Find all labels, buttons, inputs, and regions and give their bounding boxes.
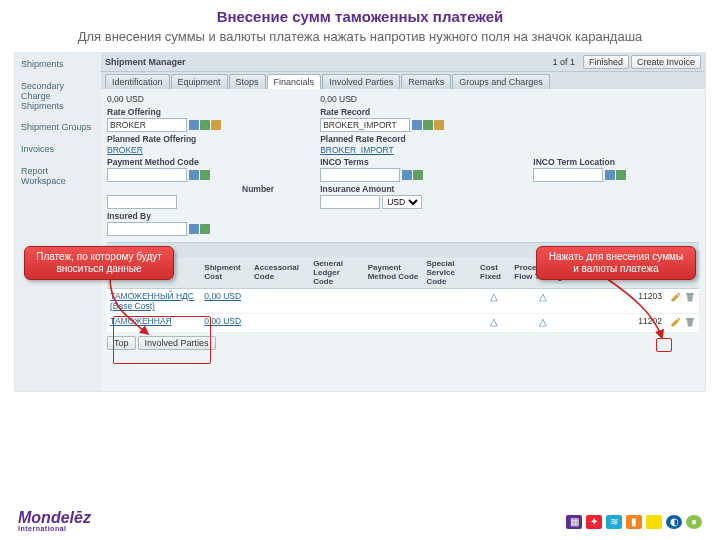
payment-method-input[interactable] <box>107 168 187 182</box>
planned-rate-record-link[interactable]: BROKER_IMPORT <box>320 145 394 155</box>
col-shipment-cost: Shipment Cost <box>201 257 251 289</box>
cost-type-link[interactable]: ТАМОЖЕННЫЙ НДС (Base Cost) <box>110 291 194 311</box>
payment-method-label: Payment Method Code <box>107 157 314 167</box>
brand-sub: International <box>18 526 91 532</box>
footer: Mondelēz International ▦ ✦ ≋ ▮ ◐ ● <box>0 511 720 532</box>
insured-by-label: Insured By <box>107 211 314 221</box>
col-accessorial: Accessorial Code <box>251 257 310 289</box>
sidebar-item-invoices[interactable]: Invoices <box>19 142 97 158</box>
footer-tabs: Top Involved Parties <box>107 336 699 350</box>
brand-logo: Mondelēz International <box>18 511 91 532</box>
pencil-icon[interactable] <box>670 316 682 328</box>
tab-identification[interactable]: Identification <box>105 74 170 89</box>
footer-tab-involved-parties[interactable]: Involved Parties <box>138 336 216 350</box>
insurance-amount-label: Insurance Amount <box>320 184 527 194</box>
inco-terms-label: INCO Terms <box>320 157 527 167</box>
brand-square-icon <box>646 515 662 529</box>
lookup-icons[interactable] <box>189 120 221 130</box>
table-row: ТАМОЖЕННЫЙ НДС (Base Cost)0,00 USD△△1120… <box>107 288 699 313</box>
page-subtitle: Для внесения суммы и валюты платежа нажа… <box>20 29 700 46</box>
tab-financials[interactable]: Financials <box>267 74 322 89</box>
lookup-icons[interactable] <box>605 170 626 180</box>
rate-offering-label: Rate Offering <box>107 107 314 117</box>
page-title: Внесение сумм таможенных платежей <box>0 8 720 25</box>
tab-remarks[interactable]: Remarks <box>401 74 451 89</box>
rate-record-label: Rate Record <box>320 107 527 117</box>
cost-id: 11203 <box>635 288 666 313</box>
brand-globe-icon: ◐ <box>666 515 682 529</box>
lookup-icons[interactable] <box>412 120 444 130</box>
shipment-cost-link[interactable]: 0,00 USD <box>204 291 241 301</box>
finished-button[interactable]: Finished <box>583 55 629 69</box>
cost-id: 11202 <box>635 313 666 332</box>
brand-icon-strip: ▦ ✦ ≋ ▮ ◐ ● <box>566 515 702 529</box>
insured-by-input[interactable] <box>107 222 187 236</box>
lookup-icons[interactable] <box>402 170 423 180</box>
rate-offering-input[interactable] <box>107 118 187 132</box>
table-row: ТАМОЖЕННАЯ0,00 USD△△11202 <box>107 313 699 332</box>
callout-edit-action: Нажать для внесения суммы и валюты плате… <box>536 246 696 280</box>
planned-rate-record-label: Planned Rate Record <box>320 134 527 144</box>
flow-through-icon: △ <box>539 291 547 302</box>
cost-type-link[interactable]: ТАМОЖЕННАЯ <box>110 316 172 326</box>
tab-involved-parties[interactable]: Involved Parties <box>322 74 400 89</box>
tab-stops[interactable]: Stops <box>229 74 266 89</box>
cost-left: 0,00 USD <box>107 93 314 105</box>
tab-groups-charges[interactable]: Groups and Charges <box>452 74 550 89</box>
sidebar-item-shipments[interactable]: Shipments <box>19 57 97 73</box>
flow-through-icon: △ <box>539 316 547 327</box>
sidebar-item-shipment-groups[interactable]: Shipment Groups <box>19 120 97 136</box>
callout-payment-type: Платеж, по которому будут вноситься данн… <box>24 246 174 280</box>
svg-rect-0 <box>686 293 694 295</box>
currency-select[interactable]: USD <box>382 195 422 209</box>
lookup-icons[interactable] <box>189 224 210 234</box>
brand-drink-icon: ▮ <box>626 515 642 529</box>
trash-icon[interactable] <box>684 291 696 303</box>
brand-leaf-icon: ● <box>686 515 702 529</box>
main-panel: Shipment Manager 1 of 1 Finished Create … <box>101 53 705 391</box>
col-special-service: Special Service Code <box>423 257 477 289</box>
shipment-cost-link[interactable]: 0,00 USD <box>204 316 241 326</box>
form-area: 0,00 USD 0,00 USD Rate Offering Rate Rec… <box>101 89 705 391</box>
sidebar-item-secondary-charge[interactable]: Secondary Charge Shipments <box>19 79 97 115</box>
inco-term-location-label: INCO Term Location <box>533 157 699 167</box>
number-label: Number <box>107 184 314 194</box>
number-input[interactable] <box>107 195 177 209</box>
inco-term-location-input[interactable] <box>533 168 603 182</box>
svg-rect-1 <box>686 318 694 320</box>
tab-bar: Identification Equipment Stops Financial… <box>101 72 705 89</box>
tab-equipment[interactable]: Equipment <box>171 74 228 89</box>
pager: 1 of 1 <box>552 57 575 67</box>
planned-rate-offering-label: Planned Rate Offering <box>107 134 314 144</box>
brand-gum-icon: ≋ <box>606 515 622 529</box>
cost-fixed-icon: △ <box>490 316 498 327</box>
brand-name: Mondelēz <box>18 509 91 526</box>
planned-rate-offering-link[interactable]: BROKER <box>107 145 143 155</box>
col-cost-fixed: Cost Fixed <box>477 257 511 289</box>
cost-right: 0,00 USD <box>320 93 527 105</box>
sidebar: Shipments Secondary Charge Shipments Shi… <box>15 53 101 391</box>
sidebar-item-report-workspace[interactable]: Report Workspace <box>19 164 97 190</box>
topbar: Shipment Manager 1 of 1 Finished Create … <box>101 53 705 72</box>
trash-icon[interactable] <box>684 316 696 328</box>
insurance-amount-input[interactable] <box>320 195 380 209</box>
create-invoice-button[interactable]: Create Invoice <box>631 55 701 69</box>
rate-record-input[interactable] <box>320 118 410 132</box>
brand-candy-icon: ✦ <box>586 515 602 529</box>
app-frame: Shipments Secondary Charge Shipments Shi… <box>14 52 706 392</box>
manager-title: Shipment Manager <box>105 57 186 67</box>
brand-chocolate-icon: ▦ <box>566 515 582 529</box>
col-gl-code: General Ledger Code <box>310 257 365 289</box>
col-payment-method: Payment Method Code <box>365 257 424 289</box>
pencil-icon[interactable] <box>670 291 682 303</box>
footer-tab-top[interactable]: Top <box>107 336 136 350</box>
cost-fixed-icon: △ <box>490 291 498 302</box>
lookup-icons[interactable] <box>189 170 210 180</box>
inco-terms-input[interactable] <box>320 168 400 182</box>
